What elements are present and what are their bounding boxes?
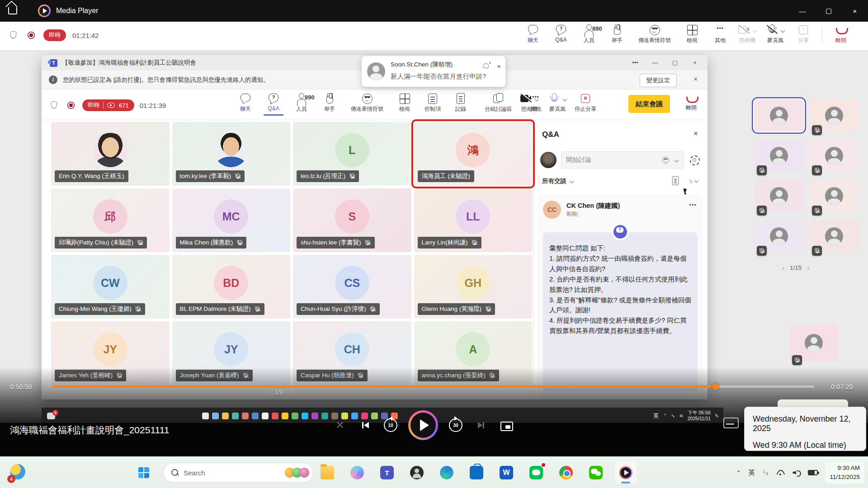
banner-close-icon[interactable]: × [693,75,698,83]
qa-filter-dropdown[interactable]: 所有交談 [542,177,574,185]
participant-tile[interactable]: 鴻鴻海員工 (未驗證) [414,122,533,186]
toolbar-item-mic[interactable]: 麥克風 [761,24,789,44]
chevron-down-icon[interactable] [534,97,539,102]
ime-mode-indicator[interactable]: ㄣ [762,469,769,477]
leave-button[interactable]: 離開 [827,24,855,44]
toolbar-item-chat[interactable]: 聊天 [519,24,547,44]
taskbar-app-file-explorer[interactable] [316,461,338,484]
toolbar-item-hand[interactable]: 舉手 [316,93,344,113]
emoji-icon[interactable] [662,156,670,164]
play-button[interactable] [408,410,438,440]
next-button[interactable] [473,418,489,433]
participant-thumbnail[interactable] [809,99,859,131]
rail-next-icon[interactable]: › [807,264,809,272]
qa-sort-dropdown[interactable] [689,177,699,185]
participant-thumbnail[interactable] [754,180,804,212]
toolbar-item-smiley[interactable]: 傳送表情符號 [344,93,391,113]
qa-forms-icon[interactable] [671,176,680,185]
participant-tile[interactable]: CWChiung-Mei Wang (王瓊媚) [51,255,170,319]
rewind-10-button[interactable] [383,418,398,433]
seek-knob[interactable] [712,383,719,390]
participant-thumbnail[interactable] [809,220,859,252]
toolbar-item-cam[interactable]: 照相機 [515,93,543,113]
participant-tile[interactable]: tom.ky.lee (李革毅) [172,122,291,186]
message-more-icon[interactable]: ••• [689,202,697,208]
taskbar-app-teams[interactable]: T [376,461,398,484]
participant-thumbnail[interactable] [754,220,804,252]
previous-button[interactable] [358,418,373,433]
taskbar-app-word[interactable]: W [495,461,517,484]
rail-prev-icon[interactable]: ‹ [782,264,784,272]
participant-thumbnail[interactable] [754,99,804,131]
minimize-button[interactable]: — [789,0,816,22]
ime-language-indicator[interactable]: 英 [748,469,755,477]
forward-30-button[interactable] [448,418,463,433]
toolbar-item-chat[interactable]: 聊天 [231,93,259,113]
participant-thumbnail[interactable] [789,324,838,361]
toolbar-item-mic[interactable]: 麥克風 [543,93,571,113]
seek-bar[interactable] [52,385,814,388]
taskbar-app-media-player[interactable] [615,461,637,484]
taskbar-app-chrome[interactable] [555,461,577,484]
qa-settings-gear-icon[interactable] [689,155,700,165]
taskbar-app-line[interactable] [525,461,547,484]
toolbar-item-more[interactable]: 其他 [706,24,734,44]
search-box[interactable]: Search [163,463,313,483]
participant-thumbnail[interactable] [809,180,859,212]
participant-tile[interactable]: 邱邱珮婷(Patty Chiu) (未驗證) [51,188,170,252]
gallery-prev-icon[interactable]: ‹ [266,389,268,396]
window-minimize-button[interactable]: — [645,55,665,70]
taskbar-clock[interactable]: 9:30 AM 11/12/2025 [825,462,864,484]
taskbar-app-wechat[interactable] [585,461,607,484]
toolbar-item-rooms[interactable]: 分組討論區 [475,93,522,113]
toolbar-item-people[interactable]: 890人員 [288,93,316,113]
mute-notifications-icon[interactable] [482,61,491,70]
participant-tile[interactable]: Sshu-hsien.lee (李書賢) [293,188,411,252]
toolbar-item-grid[interactable]: 檢視 [678,24,706,44]
chat-toast[interactable]: Soon.St.Chen (陳順增) 新人滿一年能否在當月進行申請? × [362,56,505,87]
toolbar-item-qa[interactable]: Q&A [259,93,288,113]
widgets-button[interactable]: 4 [7,462,33,483]
miniplayer-button[interactable] [499,418,514,433]
participant-tile[interactable]: CSChun-Huai Syu (許淳懷) [293,255,411,319]
window-close-button[interactable]: × [685,55,705,70]
window-maximize-button[interactable]: ▢ [665,55,685,70]
shuffle-button[interactable]: ⤬ [332,418,348,433]
toolbar-item-doc[interactable]: 記錄 [447,93,475,113]
toolbar-item-people[interactable]: 890人員 [575,24,603,44]
participant-tile[interactable]: LLLarry Lin(林尚謙) [414,188,533,252]
leave-button[interactable]: 離開 [680,93,703,112]
toolbar-item-grid[interactable]: 檢視 [391,93,419,113]
window-more-button[interactable]: ••• [625,55,645,70]
toast-close-icon[interactable]: × [497,62,501,70]
taskbar-app-store[interactable] [466,461,487,484]
toolbar-item-qa[interactable]: Q&A [547,24,575,44]
taskbar-app-contacts[interactable] [406,461,428,484]
taskbar-app-edge[interactable] [436,461,458,484]
participant-thumbnail[interactable] [809,140,859,172]
qa-compose-input[interactable]: 開始討論 [561,151,684,169]
change-settings-button[interactable]: 變更設定 [640,74,677,87]
participant-tile[interactable]: Erin Q.Y. Wang (王棋玉) [51,122,170,186]
chevron-down-icon[interactable] [562,97,567,102]
home-button[interactable] [0,0,25,22]
chevron-down-icon[interactable] [780,28,785,33]
show-hidden-icons-chevron[interactable]: ⌃ [736,469,741,476]
maximize-button[interactable]: ▢ [816,0,842,22]
participant-thumbnail[interactable] [754,140,804,172]
toolbar-item-smiley[interactable]: 傳送表情符號 [631,24,678,44]
close-button[interactable]: × [842,0,868,22]
chevron-down-icon[interactable] [675,158,679,162]
wifi-icon[interactable] [776,469,785,476]
participant-tile[interactable]: MCMika Chen (陳惠欽) [172,188,291,252]
toolbar-item-stopshare[interactable]: 停止分享 [571,93,599,113]
participant-tile[interactable]: Lleo.lz.lu (呂理正) [293,122,411,186]
volume-icon[interactable] [793,469,801,476]
participant-tile[interactable]: GHGlenn Huang (黃瀚陞) [414,255,533,319]
gallery-next-icon[interactable]: › [289,389,292,396]
toolbar-item-hand[interactable]: 舉手 [603,24,631,44]
end-meeting-button[interactable]: 結束會議 [628,95,670,113]
chevron-down-icon[interactable] [752,28,757,33]
battery-icon[interactable] [808,470,818,475]
toolbar-item-ctrl[interactable]: 控制項 [419,93,447,113]
